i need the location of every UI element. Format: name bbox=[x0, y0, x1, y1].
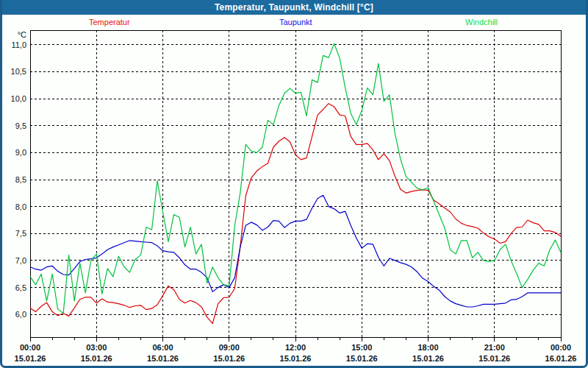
x-tick-date-label: 15.01.26 bbox=[213, 354, 245, 363]
x-tick-date-label: 16.01.26 bbox=[545, 354, 577, 363]
x-tick-date-label: 15.01.26 bbox=[412, 354, 444, 363]
x-tick-time-label: 15:00 bbox=[351, 343, 372, 352]
y-tick-label: 10,0 bbox=[11, 94, 26, 103]
x-tick-date-label: 15.01.26 bbox=[147, 354, 179, 363]
x-tick-time-label: 00:00 bbox=[20, 343, 40, 352]
x-tick-date-label: 15.01.26 bbox=[81, 354, 112, 363]
y-tick-label: 9,0 bbox=[15, 148, 26, 157]
x-tick-date-label: 15.01.26 bbox=[346, 354, 378, 363]
x-tick-date-label: 15.01.26 bbox=[15, 354, 46, 363]
x-tick-time-label: 21:00 bbox=[484, 343, 505, 352]
x-tick-time-label: 09:00 bbox=[219, 343, 240, 352]
x-tick-date-label: 15.01.26 bbox=[280, 354, 312, 363]
x-tick-time-label: 00:00 bbox=[551, 343, 571, 352]
chart-window: Temperatur, Taupunkt, Windchill [°C] Tem… bbox=[0, 0, 588, 368]
x-tick-time-label: 18:00 bbox=[417, 343, 438, 352]
y-tick-label: 9,5 bbox=[15, 121, 26, 130]
x-tick-time-label: 06:00 bbox=[152, 343, 173, 352]
y-tick-label: 8,5 bbox=[15, 175, 26, 184]
x-tick-date-label: 15.01.26 bbox=[478, 354, 510, 363]
y-tick-label: 8,0 bbox=[15, 202, 26, 211]
y-axis-unit-label: °C bbox=[18, 30, 26, 39]
x-tick-time-label: 03:00 bbox=[86, 343, 107, 352]
line-chart: 6,06,57,07,58,08,59,09,510,010,511,0°C00… bbox=[2, 0, 588, 368]
y-tick-label: 6,5 bbox=[15, 283, 26, 292]
chart-plot-area: 6,06,57,07,58,08,59,09,510,010,511,0°C00… bbox=[2, 0, 588, 368]
y-tick-label: 7,0 bbox=[15, 256, 26, 265]
y-tick-label: 11,0 bbox=[11, 40, 26, 49]
y-tick-label: 6,0 bbox=[15, 310, 26, 319]
y-tick-label: 10,5 bbox=[11, 67, 26, 76]
x-tick-time-label: 12:00 bbox=[285, 343, 306, 352]
y-tick-label: 7,5 bbox=[15, 229, 26, 238]
